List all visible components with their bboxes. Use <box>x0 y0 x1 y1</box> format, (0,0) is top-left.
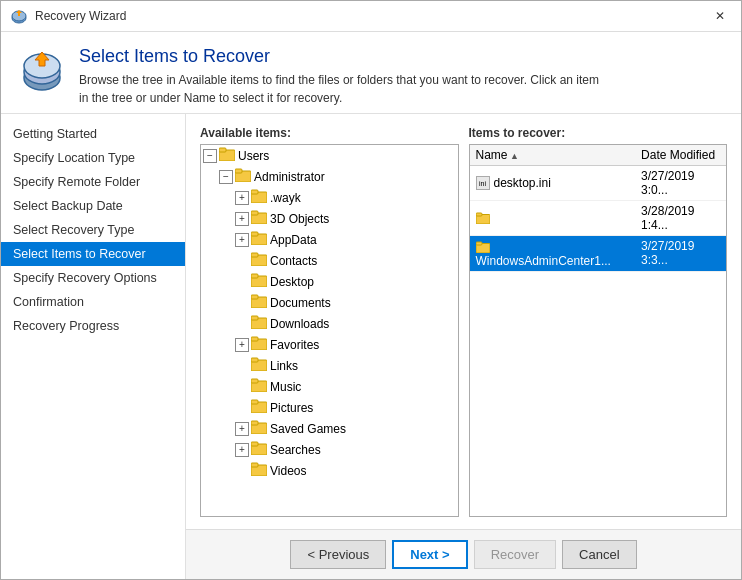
tree-item-videos[interactable]: Videos <box>201 460 458 481</box>
recovery-wizard-window: Recovery Wizard ✕ Select Items to Recove… <box>0 0 742 580</box>
tree-item-administrator[interactable]: − Administrator <box>201 166 458 187</box>
tree-item-music[interactable]: Music <box>201 376 458 397</box>
sidebar-item-select-backup-date[interactable]: Select Backup Date <box>1 194 185 218</box>
tree-item-documents[interactable]: Documents <box>201 292 458 313</box>
sidebar-item-select-recovery-type[interactable]: Select Recovery Type <box>1 218 185 242</box>
sidebar-item-select-items-to-recover[interactable]: Select Items to Recover <box>1 242 185 266</box>
wizard-header-icon <box>19 46 65 92</box>
tree-item-users[interactable]: − Users <box>201 145 458 166</box>
sidebar-item-specify-remote-folder[interactable]: Specify Remote Folder <box>1 170 185 194</box>
expander-users[interactable]: − <box>203 149 217 163</box>
row3-name: WindowsAdminCenter1... <box>470 236 636 272</box>
tree-item-saved-games[interactable]: + Saved Games <box>201 418 458 439</box>
col-header-date[interactable]: Date Modified <box>635 145 726 166</box>
svg-rect-28 <box>251 379 258 383</box>
desktop-folder-icon <box>251 273 267 290</box>
tree-panel: Available items: − <box>200 126 459 517</box>
3dobjects-folder-icon <box>251 210 267 227</box>
expander-searches[interactable]: + <box>235 443 249 457</box>
svg-rect-14 <box>251 232 258 236</box>
table-row[interactable]: inidesktop.ini 3/27/2019 3:0... <box>470 166 727 201</box>
body-area: Getting Started Specify Location Type Sp… <box>1 114 741 579</box>
tree-label-downloads: Downloads <box>270 317 329 331</box>
wizard-header: Select Items to Recover Browse the tree … <box>1 32 741 114</box>
row3-date: 3/27/2019 3:3... <box>635 236 726 272</box>
videos-folder-icon <box>251 462 267 479</box>
wizard-description-line1: Browse the tree in Available items to fi… <box>79 71 599 89</box>
previous-button[interactable]: < Previous <box>290 540 386 569</box>
documents-folder-icon <box>251 294 267 311</box>
svg-rect-40 <box>476 242 482 245</box>
svg-rect-16 <box>251 253 258 257</box>
wizard-body: Select Items to Recover Browse the tree … <box>1 32 741 579</box>
sidebar-item-recovery-progress[interactable]: Recovery Progress <box>1 314 185 338</box>
svg-rect-12 <box>251 211 258 215</box>
table-row[interactable]: 3/28/2019 1:4... <box>470 201 727 236</box>
tree-item-searches[interactable]: + Searches <box>201 439 458 460</box>
sidebar-item-confirmation[interactable]: Confirmation <box>1 290 185 314</box>
tree-label-contacts: Contacts <box>270 254 317 268</box>
col-header-name[interactable]: Name <box>470 145 636 166</box>
saved-games-folder-icon <box>251 420 267 437</box>
expander-administrator[interactable]: − <box>219 170 233 184</box>
svg-rect-10 <box>251 190 258 194</box>
wizard-main-title: Select Items to Recover <box>79 46 599 67</box>
tree-item-contacts[interactable]: Contacts <box>201 250 458 271</box>
svg-rect-26 <box>251 358 258 362</box>
wizard-description-line2: in the tree or under Name to select it f… <box>79 89 599 107</box>
favorites-folder-icon <box>251 336 267 353</box>
titlebar-icon <box>11 8 27 24</box>
tree-item-links[interactable]: Links <box>201 355 458 376</box>
tree-item-appdata[interactable]: + AppData <box>201 229 458 250</box>
row1-date: 3/27/2019 3:0... <box>635 166 726 201</box>
tree-item-pictures[interactable]: Pictures <box>201 397 458 418</box>
expander-appdata[interactable]: + <box>235 233 249 247</box>
tree-item-3dobjects[interactable]: + 3D Objects <box>201 208 458 229</box>
row1-name: inidesktop.ini <box>470 166 636 201</box>
contacts-folder-icon <box>251 252 267 269</box>
row2-date: 3/28/2019 1:4... <box>635 201 726 236</box>
svg-rect-22 <box>251 316 258 320</box>
svg-rect-24 <box>251 337 258 341</box>
tree-item-downloads[interactable]: Downloads <box>201 313 458 334</box>
expander-wayk[interactable]: + <box>235 191 249 205</box>
cancel-button[interactable]: Cancel <box>562 540 636 569</box>
titlebar-left: Recovery Wizard <box>11 8 126 24</box>
links-folder-icon <box>251 357 267 374</box>
recover-button[interactable]: Recover <box>474 540 556 569</box>
close-button[interactable]: ✕ <box>709 7 731 25</box>
tree-item-wayk[interactable]: + .wayk <box>201 187 458 208</box>
tree-label-favorites: Favorites <box>270 338 319 352</box>
tree-label-documents: Documents <box>270 296 331 310</box>
titlebar: Recovery Wizard ✕ <box>1 1 741 32</box>
folder-icon-row3 <box>476 240 490 254</box>
pictures-folder-icon <box>251 399 267 416</box>
expander-3dobjects[interactable]: + <box>235 212 249 226</box>
tree-label-videos: Videos <box>270 464 306 478</box>
titlebar-title-text: Recovery Wizard <box>35 9 126 23</box>
tree-item-favorites[interactable]: + Favorites <box>201 334 458 355</box>
appdata-folder-icon <box>251 231 267 248</box>
tree-item-desktop[interactable]: Desktop <box>201 271 458 292</box>
tree-label-wayk: .wayk <box>270 191 301 205</box>
svg-rect-18 <box>251 274 258 278</box>
sidebar-item-getting-started[interactable]: Getting Started <box>1 122 185 146</box>
footer: < Previous Next > Recover Cancel <box>186 529 741 579</box>
expander-favorites[interactable]: + <box>235 338 249 352</box>
recover-table-container[interactable]: Name Date Modified inidesktop.ini <box>469 144 728 517</box>
music-folder-icon <box>251 378 267 395</box>
table-row[interactable]: WindowsAdminCenter1... 3/27/2019 3:3... <box>470 236 727 272</box>
svg-rect-38 <box>476 213 482 216</box>
tree-container[interactable]: − Users − <box>200 144 459 517</box>
svg-rect-6 <box>219 148 226 152</box>
svg-rect-8 <box>235 169 242 173</box>
administrator-folder-icon <box>235 168 251 185</box>
sidebar-item-specify-location-type[interactable]: Specify Location Type <box>1 146 185 170</box>
expander-saved-games[interactable]: + <box>235 422 249 436</box>
next-button[interactable]: Next > <box>392 540 467 569</box>
recover-panel: Items to recover: Name Date Modified <box>469 126 728 517</box>
sidebar-item-specify-recovery-options[interactable]: Specify Recovery Options <box>1 266 185 290</box>
downloads-folder-icon <box>251 315 267 332</box>
tree-label-searches: Searches <box>270 443 321 457</box>
folder-icon-row2 <box>476 211 490 225</box>
